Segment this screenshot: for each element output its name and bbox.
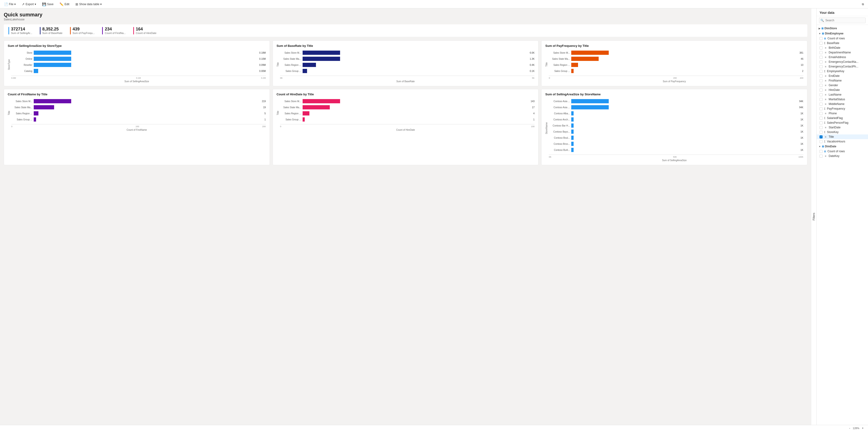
bar-row: Sales Region ... 10 bbox=[549, 63, 803, 67]
sidebar-section-header-dimstoretable[interactable]: ▶ ⊞ DimStore bbox=[817, 26, 868, 31]
file-label: File bbox=[9, 3, 13, 6]
bar bbox=[571, 111, 574, 116]
bar bbox=[571, 57, 598, 61]
sidebar-checkbox[interactable] bbox=[819, 112, 823, 115]
sidebar-checkbox[interactable] bbox=[819, 42, 823, 45]
bar-value: 1.3K bbox=[530, 58, 535, 60]
edit-icon: ✏️ bbox=[60, 2, 63, 6]
sidebar-item-emergencycontactph...[interactable]: ≡ EmergencyContactPh... bbox=[817, 64, 868, 69]
edit-button[interactable]: ✏️ Edit bbox=[58, 2, 71, 7]
sidebar-checkbox[interactable] bbox=[819, 150, 823, 153]
sidebar-item-title[interactable]: ✓ ≡ Title bbox=[817, 134, 868, 139]
bar-chart: Store 0.18M Online 0.10M Reseller 0.09M bbox=[11, 50, 266, 74]
show-data-table-button[interactable]: ⊞ Show data table ▾ bbox=[74, 2, 103, 7]
bar bbox=[34, 57, 71, 61]
sidebar-item-baserate[interactable]: Σ BaseRate bbox=[817, 41, 868, 45]
sidebar-checkbox[interactable] bbox=[819, 51, 823, 54]
sidebar-checkbox[interactable] bbox=[819, 131, 823, 134]
sidebar-item-departmentname[interactable]: ≡ DepartmentName bbox=[817, 50, 868, 55]
sidebar-checkbox[interactable] bbox=[819, 70, 823, 73]
bar-container bbox=[34, 117, 262, 122]
window-toggle-button[interactable]: ⧉ bbox=[860, 2, 866, 6]
bar-label: Sales Store M... bbox=[280, 100, 301, 102]
sidebar-checkbox[interactable] bbox=[819, 37, 823, 40]
sidebar-checkbox[interactable] bbox=[819, 60, 823, 63]
sidebar-item-birthdate[interactable]: ≡ BirthDate bbox=[817, 45, 868, 50]
sidebar-checkbox[interactable] bbox=[819, 65, 823, 68]
field-icon: ≡ bbox=[824, 84, 827, 87]
axis-label: 0.0M bbox=[11, 77, 16, 79]
field-icon: ≡ bbox=[824, 89, 827, 91]
save-button[interactable]: 💾 Save bbox=[40, 2, 55, 7]
zoom-out-button[interactable]: - bbox=[848, 426, 852, 431]
bar bbox=[303, 57, 340, 61]
axis-label: 0.1M bbox=[136, 77, 141, 79]
sidebar-item-maritalstatus[interactable]: ≡ MaritalStatus bbox=[817, 97, 868, 102]
axis-label: 0 bbox=[11, 125, 12, 128]
sidebar-section-header-dimdate[interactable]: ▼ ⊞ DimDate bbox=[817, 144, 868, 149]
bar-row: Reseller 0.09M bbox=[11, 63, 266, 67]
chart-ylabel: Title bbox=[277, 111, 279, 115]
sidebar-checkbox[interactable] bbox=[819, 93, 823, 96]
filters-label[interactable]: Filters bbox=[811, 8, 816, 425]
sidebar-item-payfrequency[interactable]: Σ PayFrequency bbox=[817, 106, 868, 111]
bar bbox=[303, 105, 330, 110]
sidebar-checkbox[interactable] bbox=[819, 155, 823, 158]
sidebar-item-label: Count of rows bbox=[828, 150, 845, 153]
sidebar-item-startdate[interactable]: ≡ StartDate bbox=[817, 125, 868, 130]
sidebar-checkbox[interactable] bbox=[819, 107, 823, 110]
sidebar-item-datekey[interactable]: ≡ DateKey bbox=[817, 154, 868, 158]
sidebar-item-employeekey[interactable]: Σ EmployeeKey bbox=[817, 69, 868, 73]
sidebar-checkbox[interactable] bbox=[819, 89, 823, 92]
sidebar-item-middlename[interactable]: ≡ MiddleName bbox=[817, 102, 868, 106]
sidebar-item-emergencycontactna...[interactable]: ≡ EmergencyContactNa... bbox=[817, 60, 868, 64]
bar-container bbox=[303, 51, 527, 55]
sidebar-item-salariedflag[interactable]: Σ SalariedFlag bbox=[817, 116, 868, 120]
sidebar-item-phone[interactable]: ≡ Phone bbox=[817, 111, 868, 116]
field-icon: ≡ bbox=[824, 102, 827, 105]
file-button[interactable]: 📄 File ▾ bbox=[2, 2, 17, 7]
bar-label: Sales State Ma... bbox=[280, 58, 301, 60]
sidebar-item-label: EmergencyContactNa... bbox=[829, 60, 859, 63]
chart-title: Sum of SellingAreaSize by StoreName bbox=[545, 93, 803, 96]
bar-value: 2 bbox=[802, 70, 803, 72]
sidebar-checkbox[interactable] bbox=[819, 98, 823, 101]
sidebar-item-firstname[interactable]: ≡ FirstName bbox=[817, 78, 868, 83]
sidebar-item-label: Phone bbox=[829, 112, 837, 115]
sidebar-checkbox[interactable] bbox=[819, 117, 823, 120]
export-button[interactable]: ↗ Export ▾ bbox=[20, 2, 38, 7]
sidebar-item-storekey[interactable]: Σ StoreKey bbox=[817, 130, 868, 134]
sidebar-item-enddate[interactable]: ≡ EndDate bbox=[817, 73, 868, 78]
sidebar-item-label: PayFrequency bbox=[827, 107, 845, 110]
bar-value: 0.10M bbox=[259, 58, 266, 60]
bar bbox=[34, 117, 36, 122]
sidebar-item-vacationhours[interactable]: Σ VacationHours bbox=[817, 139, 868, 144]
bar-label: Contoso Alba... bbox=[549, 112, 570, 115]
sidebar-item-label: MiddleName bbox=[829, 102, 844, 105]
sidebar-item-gender[interactable]: ≡ Gender bbox=[817, 83, 868, 88]
sidebar-checkbox[interactable] bbox=[819, 102, 823, 105]
search-input[interactable] bbox=[819, 18, 866, 23]
sidebar-checkbox[interactable]: ✓ bbox=[819, 135, 823, 138]
sidebar-section-header-dimemployee[interactable]: ▼ ⊞ DimEmployee bbox=[817, 31, 868, 36]
sidebar-checkbox[interactable] bbox=[819, 74, 823, 78]
sidebar-item-emailaddress[interactable]: ≡ EmailAddress bbox=[817, 55, 868, 60]
bar bbox=[571, 142, 574, 146]
sidebar-checkbox[interactable] bbox=[819, 126, 823, 129]
sidebar-checkbox[interactable] bbox=[819, 47, 823, 50]
sidebar-checkbox[interactable] bbox=[819, 140, 823, 143]
sidebar-checkbox[interactable] bbox=[819, 56, 823, 59]
sidebar-item-count-of-rows[interactable]: ⊞ Count of rows bbox=[817, 36, 868, 41]
sidebar-item-label: BaseRate bbox=[827, 41, 839, 45]
sidebar-item-label: DateKey bbox=[829, 154, 839, 158]
sidebar-item-lastname[interactable]: ≡ LastName bbox=[817, 92, 868, 97]
sidebar-checkbox[interactable] bbox=[819, 121, 823, 124]
zoom-in-button[interactable]: + bbox=[860, 426, 865, 431]
sidebar-item-salespersonflag[interactable]: Σ SalesPersonFlag bbox=[817, 120, 868, 125]
sidebar-item-count-of-rows[interactable]: ⊞ Count of rows bbox=[817, 149, 868, 154]
sidebar-checkbox[interactable] bbox=[819, 84, 823, 87]
chart-row-area: Title Sales Store M... 381 Sales State M… bbox=[545, 50, 803, 79]
sidebar-checkbox[interactable] bbox=[819, 79, 823, 82]
sidebar-item-hiredate[interactable]: ≡ HireDate bbox=[817, 88, 868, 92]
bar-value: 1K bbox=[801, 143, 803, 145]
